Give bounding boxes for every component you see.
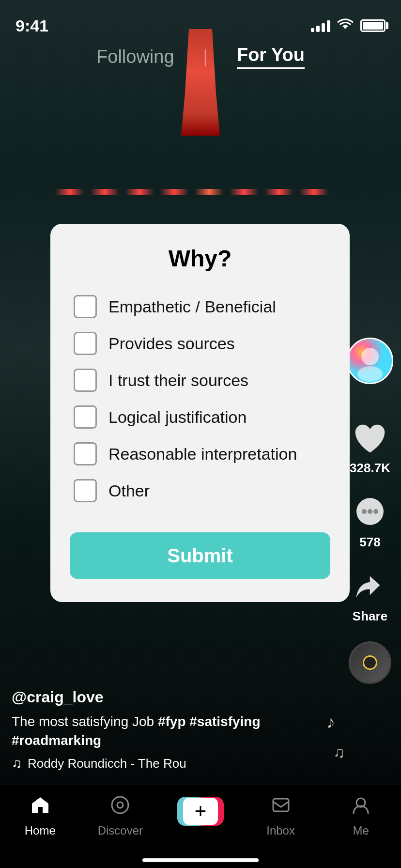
option-sources[interactable]: Provides sources [70, 326, 330, 361]
heart-icon [353, 422, 387, 454]
share-icon [353, 570, 387, 604]
option-other[interactable]: Other [70, 473, 330, 508]
svg-point-7 [112, 797, 128, 813]
checkbox-sources[interactable] [74, 332, 97, 355]
home-icon [30, 795, 50, 820]
discover-icon [110, 795, 130, 820]
hashtag-roadmarking[interactable]: #roadmarking [12, 733, 101, 748]
inbox-label: Inbox [266, 824, 295, 837]
nav-tab-discover[interactable]: Discover [91, 795, 149, 837]
hashtag-satisfying[interactable]: #satisfying [189, 714, 260, 729]
share-label: Share [353, 609, 387, 624]
like-count: 328.7K [350, 461, 390, 476]
like-button[interactable]: 328.7K [350, 419, 390, 476]
top-navigation: Following | For You [0, 35, 401, 78]
option-trust[interactable]: I trust their sources [70, 363, 330, 398]
submit-button[interactable]: Submit [70, 532, 330, 579]
checkbox-reasonable[interactable] [74, 442, 97, 465]
me-label: Me [353, 824, 369, 837]
option-reasonable[interactable]: Reasonable interpretation [70, 436, 330, 471]
svg-point-1 [361, 348, 379, 365]
svg-point-8 [117, 802, 123, 808]
svg-point-6 [373, 509, 378, 514]
me-icon [351, 795, 371, 820]
option-sources-label: Provides sources [108, 334, 235, 353]
following-tab[interactable]: Following [96, 46, 174, 67]
bottom-navigation: Home Discover Inbox [0, 785, 401, 868]
music-track: Roddy Roundicch - The Rou [28, 756, 186, 771]
create-button[interactable] [177, 797, 224, 826]
video-username[interactable]: @craig_love [12, 688, 324, 706]
checkbox-logical[interactable] [74, 405, 97, 429]
checkbox-other[interactable] [74, 479, 97, 502]
nav-divider: | [203, 46, 208, 67]
home-label: Home [25, 824, 56, 837]
battery-icon [360, 19, 386, 32]
svg-rect-9 [273, 799, 289, 811]
discover-label: Discover [98, 824, 143, 837]
modal-title: Why? [70, 245, 330, 272]
option-logical[interactable]: Logical justification [70, 400, 330, 434]
floating-music-note-1: ♪ [326, 712, 335, 732]
svg-point-5 [368, 509, 372, 514]
for-you-tab[interactable]: For You [237, 45, 305, 69]
option-trust-label: I trust their sources [108, 371, 248, 390]
why-modal: Why? Empathetic / Beneficial Provides so… [50, 224, 350, 602]
option-reasonable-label: Reasonable interpretation [108, 445, 297, 464]
option-other-label: Other [108, 481, 150, 500]
svg-point-4 [362, 509, 367, 514]
nav-tab-me[interactable]: Me [332, 795, 390, 837]
checkbox-trust[interactable] [74, 369, 97, 392]
music-note-icon: ♫ [12, 756, 22, 771]
stage-lights [55, 189, 346, 195]
nav-tab-inbox[interactable]: Inbox [252, 795, 310, 837]
comment-icon [353, 496, 387, 529]
option-logical-label: Logical justification [108, 408, 247, 427]
hashtag-fyp[interactable]: #fyp [158, 714, 186, 729]
nav-tab-create[interactable] [171, 795, 230, 826]
floating-music-note-2: ♫ [333, 744, 345, 761]
comment-button[interactable]: 578 [351, 493, 389, 550]
inbox-icon [271, 795, 291, 820]
music-disc [349, 641, 391, 684]
video-info: @craig_love The most satisfying Job #fyp… [12, 688, 324, 771]
wifi-icon [337, 18, 354, 34]
follow-plus-button[interactable]: + [347, 384, 393, 393]
option-empathetic-label: Empathetic / Beneficial [108, 297, 276, 316]
signal-icon [311, 19, 330, 32]
video-caption: The most satisfying Job #fyp #satisfying… [12, 712, 324, 750]
checkbox-list: Empathetic / Beneficial Provides sources… [70, 289, 330, 508]
status-icons [311, 18, 386, 34]
share-button[interactable]: Share [351, 567, 389, 624]
svg-point-2 [357, 366, 383, 382]
right-sidebar: + 328.7K 578 Share [347, 338, 393, 684]
checkbox-empathetic[interactable] [74, 295, 97, 318]
creator-avatar-container[interactable]: + [347, 338, 393, 393]
nav-tab-home[interactable]: Home [11, 795, 69, 837]
option-empathetic[interactable]: Empathetic / Beneficial [70, 289, 330, 324]
creator-avatar[interactable] [347, 338, 393, 384]
comment-count: 578 [359, 535, 380, 550]
music-info: ♫ Roddy Roundicch - The Rou [12, 756, 324, 771]
status-time: 9:41 [15, 16, 48, 35]
home-indicator [142, 858, 259, 862]
